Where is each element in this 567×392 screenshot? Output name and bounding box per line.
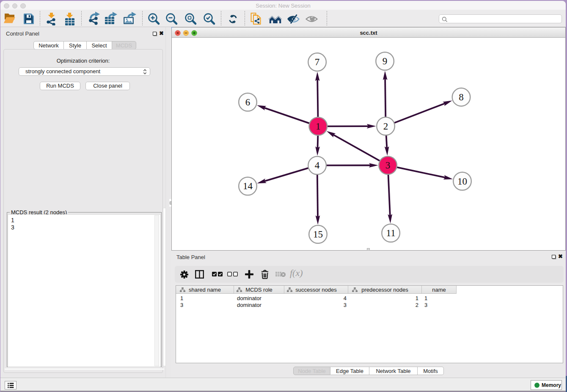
svg-text:14: 14 [243,181,253,191]
svg-text:2: 2 [383,121,388,132]
svg-text:9: 9 [383,56,388,66]
svg-text:8: 8 [459,92,464,102]
svg-text:7: 7 [315,57,320,67]
svg-text:6: 6 [245,97,250,108]
svg-text:1: 1 [316,121,321,132]
svg-text:10: 10 [457,176,467,187]
svg-text:3: 3 [385,160,391,171]
svg-text:4: 4 [315,160,320,171]
svg-text:15: 15 [313,229,323,240]
svg-text:11: 11 [386,228,396,238]
